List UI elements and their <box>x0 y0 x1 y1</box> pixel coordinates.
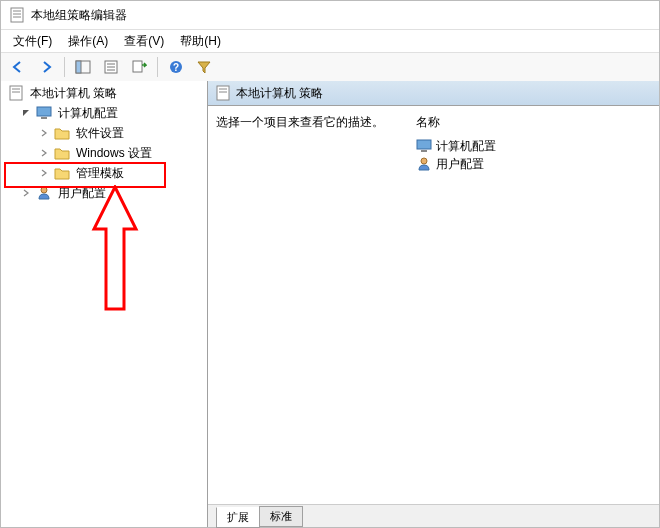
expand-icon[interactable] <box>19 186 33 200</box>
list-item-label: 用户配置 <box>436 156 484 173</box>
svg-rect-22 <box>417 140 431 149</box>
tree-software-settings-label: 软件设置 <box>73 124 127 143</box>
svg-rect-19 <box>217 86 229 100</box>
policy-icon <box>216 85 230 101</box>
svg-rect-16 <box>37 107 51 116</box>
tree-admin-templates-label: 管理模板 <box>73 164 127 183</box>
svg-rect-17 <box>41 117 47 119</box>
user-icon <box>416 156 432 172</box>
export-list-button[interactable] <box>126 54 152 80</box>
description-text: 选择一个项目来查看它的描述。 <box>216 114 416 131</box>
back-button[interactable] <box>5 54 31 80</box>
tab-extended[interactable]: 扩展 <box>216 507 260 528</box>
toolbar: ? <box>1 52 659 82</box>
annotation-arrow <box>90 185 140 317</box>
tree-user-config[interactable]: 用户配置 <box>1 183 207 203</box>
view-tabs: 扩展 标准 <box>208 504 659 527</box>
collapse-icon[interactable] <box>19 106 33 120</box>
toolbar-separator <box>157 57 158 77</box>
svg-point-24 <box>421 158 427 164</box>
folder-icon <box>54 125 70 141</box>
folder-icon <box>54 145 70 161</box>
filter-button[interactable] <box>191 54 217 80</box>
menu-bar: 文件(F) 操作(A) 查看(V) 帮助(H) <box>1 30 659 52</box>
tree-computer-config[interactable]: 计算机配置 <box>1 103 207 123</box>
menu-file[interactable]: 文件(F) <box>5 31 60 52</box>
svg-rect-13 <box>10 86 22 100</box>
details-pane: 本地计算机 策略 选择一个项目来查看它的描述。 名称 计算机配置 <box>208 81 659 527</box>
svg-rect-0 <box>11 8 23 22</box>
tree-pane[interactable]: 本地计算机 策略 计算机配置 软件设置 <box>1 81 208 527</box>
tree-software-settings[interactable]: 软件设置 <box>1 123 207 143</box>
computer-icon <box>416 138 432 154</box>
tab-standard[interactable]: 标准 <box>259 506 303 527</box>
tree-root[interactable]: 本地计算机 策略 <box>1 83 207 103</box>
column-header-name[interactable]: 名称 <box>416 114 651 131</box>
svg-rect-5 <box>76 61 81 73</box>
list-item-label: 计算机配置 <box>436 138 496 155</box>
user-icon <box>36 185 52 201</box>
svg-text:?: ? <box>173 62 179 73</box>
title-bar: 本地组策略编辑器 <box>1 1 659 30</box>
tree-windows-settings[interactable]: Windows 设置 <box>1 143 207 163</box>
list-item-user-config[interactable]: 用户配置 <box>416 155 651 173</box>
tree-root-label: 本地计算机 策略 <box>27 84 120 103</box>
svg-rect-10 <box>133 61 142 72</box>
menu-help[interactable]: 帮助(H) <box>172 31 229 52</box>
list-item-computer-config[interactable]: 计算机配置 <box>416 137 651 155</box>
tree-user-config-label: 用户配置 <box>55 184 109 203</box>
window-title: 本地组策略编辑器 <box>31 7 127 24</box>
tree-windows-settings-label: Windows 设置 <box>73 144 155 163</box>
menu-action[interactable]: 操作(A) <box>60 31 116 52</box>
expand-icon[interactable] <box>37 166 51 180</box>
properties-button[interactable] <box>98 54 124 80</box>
policy-icon <box>8 85 24 101</box>
tree-admin-templates[interactable]: 管理模板 <box>1 163 207 183</box>
show-hide-tree-button[interactable] <box>70 54 96 80</box>
app-icon <box>9 7 25 23</box>
help-button[interactable]: ? <box>163 54 189 80</box>
details-header-title: 本地计算机 策略 <box>236 85 323 102</box>
expand-icon[interactable] <box>37 126 51 140</box>
menu-view[interactable]: 查看(V) <box>116 31 172 52</box>
computer-icon <box>36 105 52 121</box>
toolbar-separator <box>64 57 65 77</box>
details-header: 本地计算机 策略 <box>208 81 659 106</box>
svg-rect-23 <box>421 150 427 152</box>
forward-button[interactable] <box>33 54 59 80</box>
tree-computer-config-label: 计算机配置 <box>55 104 121 123</box>
folder-icon <box>54 165 70 181</box>
expand-icon[interactable] <box>37 146 51 160</box>
svg-point-18 <box>41 187 47 193</box>
